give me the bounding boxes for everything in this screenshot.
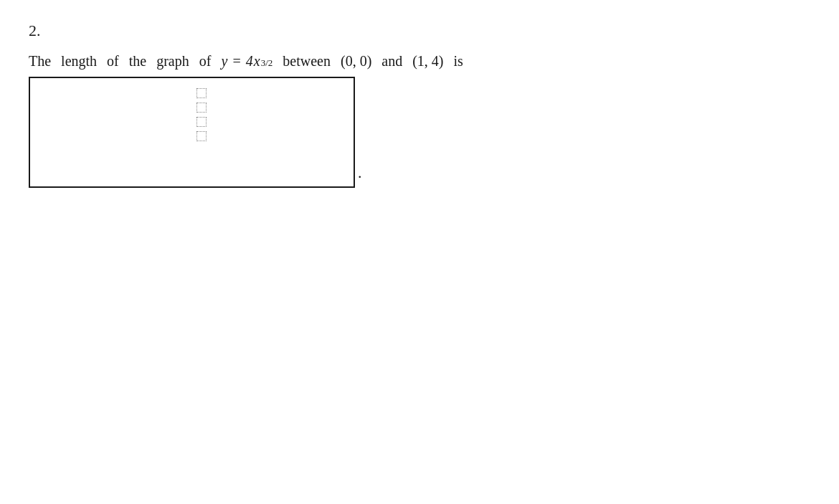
math-equation: y = 4 x3/2 bbox=[221, 53, 272, 70]
dotted-icons-group bbox=[196, 88, 207, 141]
page: 2. The length of the graph of y = 4 x3/2… bbox=[0, 0, 839, 209]
dotted-square-3 bbox=[196, 117, 207, 127]
word-of2: of bbox=[199, 53, 212, 70]
math-equals: = bbox=[228, 53, 245, 70]
point1: (0, 0) bbox=[341, 53, 371, 70]
word-between: between bbox=[283, 53, 331, 70]
word-the2: the bbox=[129, 53, 146, 70]
math-y: y bbox=[221, 53, 227, 70]
word-the: The bbox=[29, 53, 51, 70]
dotted-square-1 bbox=[196, 88, 207, 98]
math-x: x bbox=[254, 53, 260, 70]
word-is: is bbox=[454, 53, 463, 70]
answer-box[interactable] bbox=[29, 77, 355, 188]
word-of1: of bbox=[107, 53, 119, 70]
problem-statement: The length of the graph of y = 4 x3/2 be… bbox=[29, 53, 810, 70]
dotted-square-4 bbox=[196, 131, 207, 141]
word-length: length bbox=[61, 53, 97, 70]
math-exponent: 3/2 bbox=[261, 57, 273, 69]
problem-number: 2. bbox=[29, 22, 810, 40]
word-and: and bbox=[381, 53, 402, 70]
sentence-period: . bbox=[358, 163, 362, 188]
point2: (1, 4) bbox=[412, 53, 443, 70]
math-coeff: 4 bbox=[246, 53, 253, 70]
dotted-square-2 bbox=[196, 103, 207, 113]
answer-box-container: . bbox=[29, 77, 810, 188]
word-graph: graph bbox=[156, 53, 189, 70]
